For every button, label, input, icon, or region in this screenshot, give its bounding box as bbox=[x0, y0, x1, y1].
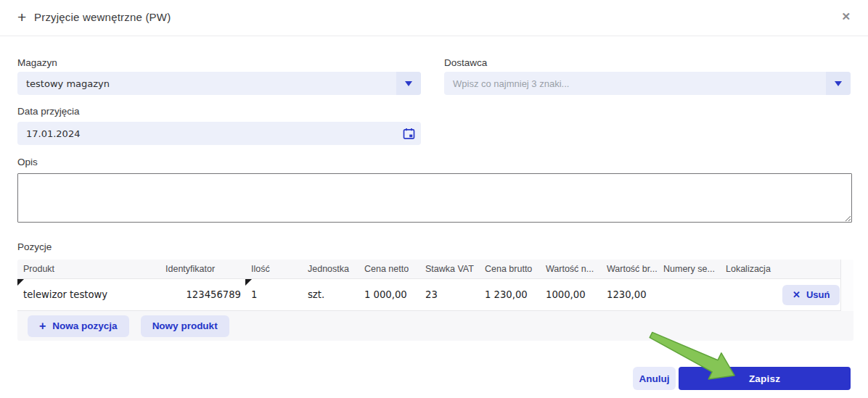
dialog-title: Przyjęcie wewnętrzne (PW) bbox=[34, 11, 171, 23]
dialog-header: + Przyjęcie wewnętrzne (PW) ✕ bbox=[0, 0, 868, 36]
nowy-produkt-label: Nowy produkt bbox=[152, 320, 218, 331]
cell-numery-seryjne[interactable] bbox=[658, 279, 720, 310]
cell-wartosc-netto-value: 1000,00 bbox=[546, 289, 586, 300]
cell-wartosc-netto[interactable]: 1000,00 bbox=[540, 279, 601, 310]
col-header-wartosc-netto: Wartość n... bbox=[540, 264, 601, 274]
nowa-pozycja-button[interactable]: + Nowa pozycja bbox=[28, 315, 129, 337]
cell-cena-brutto[interactable]: 1 230,00 bbox=[479, 279, 540, 310]
chevron-down-icon bbox=[405, 81, 412, 86]
col-header-jednostka: Jednostka bbox=[302, 264, 359, 274]
col-header-wartosc-brutto: Wartość br... bbox=[601, 264, 658, 274]
delete-row-label: Usuń bbox=[806, 289, 830, 300]
cell-identyfikator-value: 123456789 bbox=[186, 289, 241, 300]
col-header-ilosc: Ilość bbox=[245, 264, 302, 274]
magazyn-value: testowy magazyn bbox=[17, 78, 396, 89]
magazyn-label: Magazyn bbox=[17, 57, 57, 68]
magazyn-dropdown-button[interactable] bbox=[396, 72, 421, 95]
cell-edited-marker bbox=[245, 279, 252, 286]
plus-icon: + bbox=[17, 8, 26, 27]
opis-label: Opis bbox=[17, 157, 38, 167]
cell-jednostka[interactable]: szt. bbox=[302, 279, 359, 310]
cell-produkt[interactable]: telewizor testowy bbox=[17, 279, 160, 310]
magazyn-select[interactable]: testowy magazyn bbox=[17, 72, 421, 95]
grid-footer: + Nowa pozycja Nowy produkt bbox=[17, 311, 853, 341]
dostawca-label: Dostawca bbox=[444, 57, 487, 68]
dostawca-select[interactable]: Wpisz co najmniej 3 znaki... bbox=[444, 72, 851, 95]
dostawca-placeholder: Wpisz co najmniej 3 znaki... bbox=[444, 78, 826, 89]
cell-wartosc-brutto[interactable]: 1230,00 bbox=[601, 279, 658, 310]
pozycje-label: Pozycje bbox=[17, 241, 52, 252]
data-przyjecia-field bbox=[17, 122, 421, 145]
cell-jednostka-value: szt. bbox=[308, 289, 324, 300]
opis-textarea[interactable] bbox=[17, 173, 852, 223]
nowa-pozycja-label: Nowa pozycja bbox=[52, 320, 117, 331]
pw-dialog: + Przyjęcie wewnętrzne (PW) ✕ Magazyn te… bbox=[0, 0, 868, 398]
cell-stawka-vat-value: 23 bbox=[425, 289, 438, 300]
col-header-cena-netto: Cena netto bbox=[359, 264, 419, 274]
data-przyjecia-label: Data przyjęcia bbox=[17, 106, 80, 117]
grid-scrollbar-gutter bbox=[840, 260, 853, 311]
col-header-produkt: Produkt bbox=[17, 264, 160, 274]
col-header-stawka-vat: Stawka VAT bbox=[419, 264, 479, 274]
cell-stawka-vat[interactable]: 23 bbox=[419, 279, 479, 310]
cell-identyfikator[interactable]: 123456789 bbox=[160, 279, 245, 310]
cell-produkt-value: telewizor testowy bbox=[23, 289, 107, 300]
grid-header-row: Produkt Identyfikator Ilość Jednostka Ce… bbox=[17, 260, 853, 279]
dostawca-dropdown-button[interactable] bbox=[826, 72, 851, 95]
pozycje-grid: Produkt Identyfikator Ilość Jednostka Ce… bbox=[17, 260, 853, 341]
plus-icon: + bbox=[39, 320, 46, 332]
cell-cena-netto-value: 1 000,00 bbox=[364, 289, 407, 300]
save-button[interactable]: Zapisz bbox=[679, 367, 851, 390]
cell-ilosc-value: 1 bbox=[251, 289, 257, 300]
data-przyjecia-input[interactable] bbox=[17, 128, 396, 139]
cell-lokalizacja[interactable] bbox=[720, 279, 782, 310]
cell-cena-netto[interactable]: 1 000,00 bbox=[359, 279, 419, 310]
x-icon: ✕ bbox=[793, 289, 801, 300]
cell-wartosc-brutto-value: 1230,00 bbox=[607, 289, 647, 300]
col-header-identyfikator: Identyfikator bbox=[160, 264, 245, 274]
col-header-numery-seryjne: Numery se... bbox=[658, 264, 720, 274]
chevron-down-icon bbox=[835, 81, 842, 86]
cancel-button[interactable]: Anuluj bbox=[633, 367, 676, 390]
nowy-produkt-button[interactable]: Nowy produkt bbox=[141, 315, 229, 337]
cell-edited-marker bbox=[17, 279, 24, 286]
table-row: telewizor testowy 123456789 1 szt. 1 000… bbox=[17, 279, 853, 311]
cell-actions: ✕ Usuń bbox=[782, 279, 841, 310]
close-icon[interactable]: ✕ bbox=[841, 9, 851, 24]
col-header-cena-brutto: Cena brutto bbox=[479, 264, 540, 274]
cell-cena-brutto-value: 1 230,00 bbox=[485, 289, 528, 300]
col-header-lokalizacja: Lokalizacja bbox=[720, 264, 782, 274]
calendar-icon[interactable] bbox=[396, 122, 421, 145]
cell-ilosc[interactable]: 1 bbox=[245, 279, 302, 310]
delete-row-button[interactable]: ✕ Usuń bbox=[782, 285, 840, 305]
